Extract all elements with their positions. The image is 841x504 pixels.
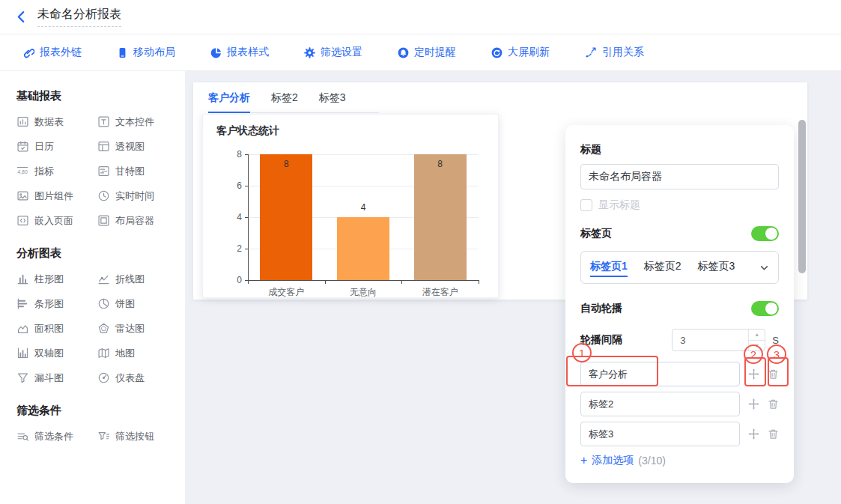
sidebar-item-label: 漏斗图 xyxy=(34,371,64,385)
tab-item-row-2 xyxy=(580,392,779,416)
scrollbar-thumb[interactable] xyxy=(798,120,806,273)
bar-value-label: 8 xyxy=(425,159,455,169)
layout-container-icon xyxy=(97,215,109,226)
toolbar-item-reference[interactable]: 引用关系 xyxy=(585,46,644,59)
tab-item-input-3[interactable] xyxy=(580,422,740,446)
spinner-up-button[interactable]: ▲ xyxy=(749,330,765,341)
bar-无意向[interactable] xyxy=(337,217,389,280)
sidebar-item-text-widget[interactable]: 文本控件 xyxy=(97,115,172,128)
sidebar-item-label: 双轴图 xyxy=(34,347,64,360)
y-tick-label: 6 xyxy=(219,180,242,191)
tabs-toggle[interactable] xyxy=(751,226,779,241)
tab-page-option-3[interactable]: 标签页3 xyxy=(698,258,735,277)
gauge-icon xyxy=(97,372,109,383)
back-button[interactable] xyxy=(15,10,28,23)
toolbar-item-mobile-layout[interactable]: 移动布局 xyxy=(117,46,175,59)
sidebar-item-label: 地图 xyxy=(115,347,135,360)
sidebar-item-embed-page[interactable]: 嵌入页面 xyxy=(16,214,97,227)
sidebar-item-label: 布局容器 xyxy=(115,214,154,228)
autoplay-toggle[interactable] xyxy=(751,301,779,316)
x-category-label: 潜在客户 xyxy=(401,286,479,299)
sidebar-item-label: 日历 xyxy=(34,140,54,154)
sidebar-item-calendar[interactable]: 日历 xyxy=(16,140,97,153)
x-category-label: 无意向 xyxy=(325,286,402,299)
pie-chart-icon xyxy=(97,298,109,309)
show-title-label: 显示标题 xyxy=(598,198,640,212)
chart-card[interactable]: 客户状态统计 024688成交客户4无意向8潜在客户 xyxy=(202,114,499,298)
sidebar-item-metric[interactable]: 4,80指标 xyxy=(16,165,97,177)
toolbar-item-label: 定时提醒 xyxy=(414,46,456,59)
bar-潜在客户[interactable] xyxy=(414,154,467,280)
sidebar-item-label: 饼图 xyxy=(115,297,135,311)
bar-成交客户[interactable] xyxy=(260,154,312,280)
interval-input[interactable]: 3 ▲▼ xyxy=(672,329,765,351)
sidebar-item-filter-condition[interactable]: 筛选条件 xyxy=(16,430,97,443)
show-title-checkbox[interactable] xyxy=(580,199,592,211)
toolbar-item-report-link[interactable]: 报表外链 xyxy=(22,46,82,59)
canvas-tab-1[interactable]: 客户分析 xyxy=(208,91,250,113)
autoplay-label: 自动轮播 xyxy=(580,302,622,315)
toolbar-item-timed-remind[interactable]: 定时提醒 xyxy=(398,46,456,59)
sidebar-section-grid: 数据表文本控件日历透视图4,80指标甘特图图片组件实时时间嵌入页面布局容器 xyxy=(16,115,185,227)
toolbar-item-label: 报表样式 xyxy=(227,46,269,59)
pivot-icon xyxy=(97,141,109,152)
delete-button-2[interactable] xyxy=(768,398,779,410)
sidebar-item-bar-chart[interactable]: 条形图 xyxy=(16,297,97,310)
sidebar-item-label: 折线图 xyxy=(115,273,145,286)
y-tick-label: 8 xyxy=(219,149,242,160)
sidebar-item-image[interactable]: 图片组件 xyxy=(16,189,97,202)
canvas-tab-2[interactable]: 标签2 xyxy=(271,91,298,112)
toolbar-item-label: 引用关系 xyxy=(602,46,644,59)
data-table-icon xyxy=(16,116,28,127)
dual-axis-icon xyxy=(16,347,28,359)
sidebar-section-title: 基础报表 xyxy=(16,89,185,103)
x-axis-line xyxy=(248,280,479,281)
sidebar-item-label: 指标 xyxy=(34,165,54,178)
sidebar-item-map[interactable]: 地图 xyxy=(97,347,172,359)
report-title[interactable]: 未命名分析报表 xyxy=(37,7,121,27)
sidebar-item-pivot[interactable]: 透视图 xyxy=(97,140,172,153)
tab-page-option-2[interactable]: 标签页2 xyxy=(644,258,681,277)
sidebar-item-dual-axis[interactable]: 双轴图 xyxy=(16,347,97,359)
move-button-2[interactable] xyxy=(748,398,759,410)
tab-item-input-2[interactable] xyxy=(580,392,740,416)
container-title-input[interactable] xyxy=(580,164,779,189)
sidebar-item-label: 雷达图 xyxy=(115,322,145,336)
tab-item-input-1[interactable] xyxy=(580,362,740,386)
tab-page-option-1[interactable]: 标签页1 xyxy=(590,258,628,277)
sidebar-item-area-chart[interactable]: 面积图 xyxy=(16,322,97,335)
sidebar-item-data-table[interactable]: 数据表 xyxy=(16,115,97,128)
selector-expand[interactable] xyxy=(759,263,769,273)
link-icon xyxy=(22,46,34,58)
sidebar-item-funnel[interactable]: 漏斗图 xyxy=(16,371,97,384)
move-button-1[interactable] xyxy=(748,368,759,380)
sidebar-item-layout-container[interactable]: 布局容器 xyxy=(97,214,172,227)
canvas-tab-3[interactable]: 标签3 xyxy=(319,91,346,112)
add-option-row: + 添加选项 (3/10) xyxy=(580,454,779,467)
spinner-down-button[interactable]: ▼ xyxy=(749,341,765,351)
toolbar-item-filter-setting[interactable]: 筛选设置 xyxy=(304,46,362,59)
sidebar-item-column-chart[interactable]: 柱形图 xyxy=(16,273,97,285)
chevron-down-icon xyxy=(759,263,769,273)
sidebar-item-line-chart[interactable]: 折线图 xyxy=(97,273,172,285)
sidebar-item-pie-chart[interactable]: 饼图 xyxy=(97,297,172,310)
sidebar-item-label: 仪表盘 xyxy=(115,371,145,385)
toolbar-item-report-style[interactable]: 报表样式 xyxy=(210,46,269,59)
bar-value-label: 4 xyxy=(348,202,378,213)
add-option-button[interactable]: 添加选项 xyxy=(592,454,634,467)
gantt-icon xyxy=(97,166,109,177)
toolbar-item-screen-refresh[interactable]: 大屏刷新 xyxy=(491,46,550,59)
delete-button-1[interactable] xyxy=(768,368,779,380)
sidebar-item-clock[interactable]: 实时时间 xyxy=(97,189,172,202)
settings-panel: 标题 显示标题 标签页 标签页1标签页2标签页3 自动轮播 xyxy=(565,125,794,483)
move-icon xyxy=(748,398,759,410)
tab-page-selector: 标签页1标签页2标签页3 xyxy=(580,251,779,284)
sidebar-item-gantt[interactable]: 甘特图 xyxy=(97,165,172,177)
toolbar-item-label: 报表外链 xyxy=(40,46,82,59)
sidebar-item-radar-chart[interactable]: 雷达图 xyxy=(97,322,172,335)
move-button-3[interactable] xyxy=(748,428,759,440)
delete-button-3[interactable] xyxy=(768,428,779,440)
sidebar-item-filter-button[interactable]: 筛选按钮 xyxy=(97,430,172,443)
sidebar-item-gauge[interactable]: 仪表盘 xyxy=(97,371,172,384)
sidebar-section-title: 筛选条件 xyxy=(16,404,185,418)
